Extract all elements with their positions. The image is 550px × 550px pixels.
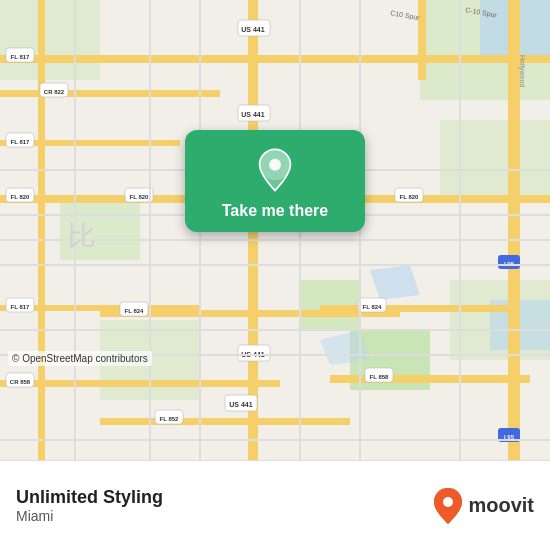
svg-text:US 441: US 441 <box>229 401 252 408</box>
osm-attribution: © OpenStreetMap contributors <box>8 351 152 366</box>
business-name: Unlimited Styling <box>16 487 163 508</box>
svg-text:FL 820: FL 820 <box>130 194 150 200</box>
map-container: US 441 US 441 US 441 US 441 FL 817 CR 82… <box>0 0 550 460</box>
svg-text:FL 824: FL 824 <box>125 308 145 314</box>
take-me-there-label: Take me there <box>222 202 328 220</box>
svg-text:CR 858: CR 858 <box>10 379 31 385</box>
svg-point-82 <box>443 497 453 507</box>
svg-rect-1 <box>0 0 100 80</box>
svg-text:FL 824: FL 824 <box>363 304 383 310</box>
business-info: Unlimited Styling Miami <box>16 487 163 524</box>
svg-text:FL 820: FL 820 <box>400 194 420 200</box>
svg-rect-19 <box>320 305 520 312</box>
svg-rect-13 <box>0 55 550 63</box>
svg-text:US 441: US 441 <box>241 111 264 118</box>
svg-text:比: 比 <box>68 220 96 251</box>
business-city: Miami <box>16 508 163 524</box>
moovit-text: moovit <box>468 494 534 517</box>
svg-text:US 441: US 441 <box>241 26 264 33</box>
svg-text:Hollywood: Hollywood <box>518 55 526 87</box>
svg-rect-24 <box>38 0 45 460</box>
moovit-logo: moovit <box>432 486 534 526</box>
svg-rect-26 <box>418 0 426 80</box>
svg-text:FL 820: FL 820 <box>11 194 31 200</box>
svg-text:FL 817: FL 817 <box>11 304 31 310</box>
svg-text:FL 817: FL 817 <box>11 139 31 145</box>
svg-rect-25 <box>508 0 520 460</box>
location-pin-icon <box>251 146 299 194</box>
svg-rect-14 <box>0 90 220 97</box>
svg-text:FL 852: FL 852 <box>160 416 180 422</box>
svg-rect-3 <box>440 120 550 200</box>
svg-text:FL 817: FL 817 <box>11 54 31 60</box>
svg-text:FL 858: FL 858 <box>370 374 390 380</box>
bottom-bar: Unlimited Styling Miami moovit <box>0 460 550 550</box>
moovit-pin-icon <box>432 486 464 526</box>
svg-rect-22 <box>100 418 350 425</box>
svg-text:CR 822: CR 822 <box>44 89 65 95</box>
take-me-there-card[interactable]: Take me there <box>185 130 365 232</box>
svg-point-81 <box>269 159 281 171</box>
